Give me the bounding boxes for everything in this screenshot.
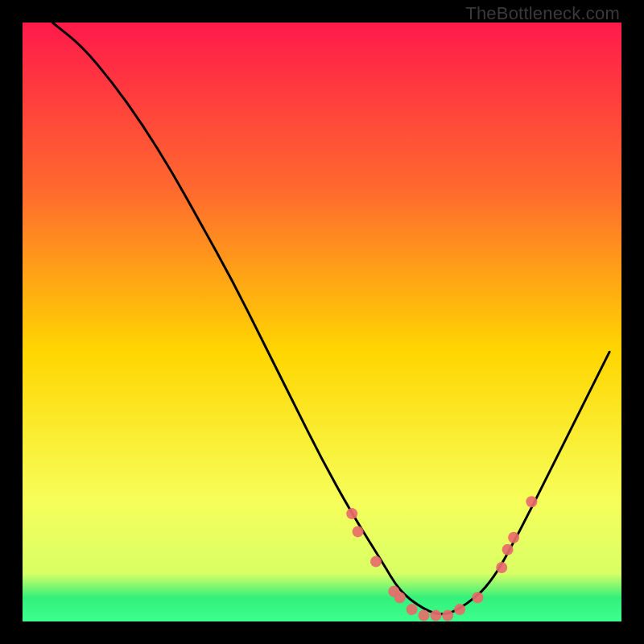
data-point (370, 556, 382, 568)
chart-frame: TheBottleneck.com (0, 0, 644, 644)
bottleneck-chart (23, 23, 621, 621)
data-point (502, 544, 514, 555)
data-point (430, 610, 441, 621)
data-point (526, 496, 537, 507)
data-point (496, 562, 507, 573)
data-point (454, 604, 465, 615)
data-point (407, 604, 418, 615)
data-point (442, 610, 453, 621)
data-point (419, 610, 430, 621)
data-point (353, 526, 364, 537)
data-point (394, 592, 406, 603)
data-point (508, 532, 519, 543)
watermark-text: TheBottleneck.com (465, 3, 620, 24)
gradient-background (23, 23, 621, 621)
data-point (346, 508, 357, 519)
data-point (472, 592, 483, 603)
plot-area (23, 23, 621, 621)
